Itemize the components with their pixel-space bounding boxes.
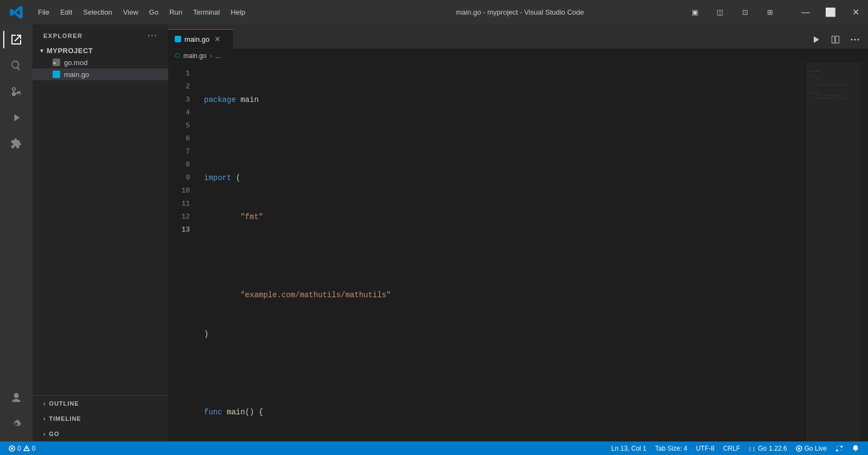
menu-terminal[interactable]: Terminal — [188, 6, 225, 18]
timeline-panel-header[interactable]: › TIMELINE — [33, 411, 168, 426]
project-folder[interactable]: ▼ MYPROJECT — [33, 45, 168, 56]
activity-settings[interactable] — [3, 411, 29, 437]
menu-go[interactable]: Go — [144, 6, 164, 18]
tab-label: main.go — [184, 35, 209, 43]
sidebar-header: Explorer ··· — [33, 24, 168, 45]
status-position[interactable]: Ln 13, Col 1 — [607, 441, 651, 455]
code-editor[interactable]: 1 2 3 4 5 6 7 8 9 10 11 12 13 package ma… — [168, 63, 806, 441]
main-area: Explorer ··· ▼ MYPROJECT ≡ go.mod main. — [0, 24, 868, 441]
sidebar-panels: › OUTLINE › TIMELINE › GO — [33, 395, 168, 441]
sidebar-title: Explorer — [43, 33, 83, 39]
svg-point-4 — [858, 39, 859, 41]
activity-extensions[interactable] — [3, 131, 29, 157]
line-numbers: 1 2 3 4 5 6 7 8 9 10 11 12 13 — [168, 63, 195, 441]
run-button[interactable] — [807, 31, 825, 48]
file-name-gomod: go.mod — [64, 59, 87, 67]
tab-size-label: Tab Size: 4 — [655, 445, 687, 452]
activity-source-control[interactable] — [3, 79, 29, 105]
menu-file[interactable]: File — [33, 6, 55, 18]
layout-toggle-btn[interactable]: ▣ — [682, 0, 707, 24]
folder-arrow-icon: ▼ — [39, 48, 44, 54]
error-icon — [9, 445, 15, 452]
svg-point-3 — [854, 39, 856, 41]
status-encoding[interactable]: UTF-8 — [692, 441, 719, 455]
timeline-arrow-icon: › — [43, 416, 46, 422]
gomod-file-icon: ≡ — [52, 58, 61, 67]
code-content[interactable]: package main import ( "fmt" "example.com… — [195, 63, 806, 441]
breadcrumb-file[interactable]: main.go — [183, 52, 207, 60]
go-panel-header[interactable]: › GO — [33, 426, 168, 441]
layout-editor-btn[interactable]: ⊡ — [732, 0, 757, 24]
maximize-btn[interactable]: ⬜ — [818, 0, 843, 24]
titlebar: File Edit Selection View Go Run Terminal… — [0, 0, 868, 24]
activity-search[interactable] — [3, 53, 29, 79]
svg-point-11 — [798, 447, 800, 450]
sync-icon — [835, 445, 843, 452]
svg-point-2 — [851, 39, 853, 41]
minimize-btn[interactable]: — — [793, 0, 818, 24]
activity-bar — [0, 24, 33, 441]
minimap: package main import ( "fmt" "example.com… — [806, 63, 860, 441]
tab-maingo[interactable]: main.go ✕ — [168, 29, 233, 48]
breadcrumb-separator: › — [210, 52, 212, 60]
go-live-icon — [796, 445, 802, 452]
editor-area: main.go ✕ ⬡ main.go › ... — [168, 24, 868, 441]
split-editor-button[interactable] — [827, 31, 844, 48]
sidebar-more-button[interactable]: ··· — [148, 31, 157, 41]
status-language[interactable]: { } Go 1.22.6 — [744, 441, 791, 455]
menu-run[interactable]: Run — [164, 6, 188, 18]
activity-account[interactable] — [3, 385, 29, 411]
statusbar: 0 0 Ln 13, Col 1 Tab Size: 4 UTF-8 CRLF … — [0, 441, 868, 455]
project-name: MYPROJECT — [47, 47, 93, 55]
layout-custom-btn[interactable]: ⊞ — [757, 0, 782, 24]
tabs-bar: main.go ✕ — [168, 24, 868, 49]
encoding-label: UTF-8 — [696, 445, 714, 452]
status-go-live[interactable]: Go Live — [792, 441, 831, 455]
menu-bar: File Edit Selection View Go Run Terminal… — [33, 6, 358, 18]
menu-help[interactable]: Help — [225, 6, 251, 18]
go-label: GO — [49, 431, 59, 437]
sidebar-content: ▼ MYPROJECT ≡ go.mod main.go — [33, 45, 168, 395]
language-icon: { } — [749, 445, 756, 452]
more-actions-button[interactable] — [846, 31, 864, 48]
status-tab-size[interactable]: Tab Size: 4 — [651, 441, 692, 455]
svg-text:{ }: { } — [749, 446, 755, 452]
activity-bottom — [3, 385, 29, 441]
status-line-ending[interactable]: CRLF — [719, 441, 744, 455]
close-btn[interactable]: ✕ — [843, 0, 868, 24]
status-notification[interactable] — [847, 441, 864, 455]
tab-file-icon — [175, 36, 181, 42]
file-name-maingo: main.go — [64, 71, 89, 79]
menu-view[interactable]: View — [118, 6, 144, 18]
warning-icon — [23, 445, 30, 452]
svg-text:≡: ≡ — [53, 61, 56, 66]
activity-run-debug[interactable] — [3, 105, 29, 131]
tab-close-button[interactable]: ✕ — [213, 34, 222, 44]
window-controls: ▣ ◫ ⊡ ⊞ — ⬜ ✕ — [682, 0, 868, 24]
breadcrumb-more[interactable]: ... — [215, 52, 221, 60]
scrollbar-track[interactable] — [860, 63, 868, 441]
error-count: 0 — [17, 445, 21, 452]
position-label: Ln 13, Col 1 — [611, 445, 647, 452]
go-live-label: Go Live — [805, 445, 827, 452]
status-sync[interactable] — [831, 441, 847, 455]
menu-selection[interactable]: Selection — [78, 6, 117, 18]
go-version-label: 1.22.6 — [769, 445, 787, 452]
status-errors[interactable]: 0 0 — [4, 441, 40, 455]
breadcrumb-file-icon: ⬡ — [175, 52, 180, 59]
menu-edit[interactable]: Edit — [55, 6, 78, 18]
file-item-gomod[interactable]: ≡ go.mod — [33, 56, 168, 68]
sidebar: Explorer ··· ▼ MYPROJECT ≡ go.mod main. — [33, 24, 168, 441]
maingo-file-icon — [52, 70, 61, 79]
outline-label: OUTLINE — [49, 400, 79, 407]
outline-arrow-icon: › — [43, 401, 46, 407]
vscode-logo — [0, 5, 33, 20]
notification-icon — [852, 445, 859, 452]
breadcrumb: ⬡ main.go › ... — [168, 49, 868, 63]
line-ending-label: CRLF — [723, 445, 740, 452]
file-item-maingo[interactable]: main.go — [33, 68, 168, 80]
outline-panel-header[interactable]: › OUTLINE — [33, 396, 168, 411]
language-label: Go — [758, 445, 767, 452]
activity-explorer[interactable] — [3, 27, 29, 53]
layout-side-btn[interactable]: ◫ — [707, 0, 732, 24]
